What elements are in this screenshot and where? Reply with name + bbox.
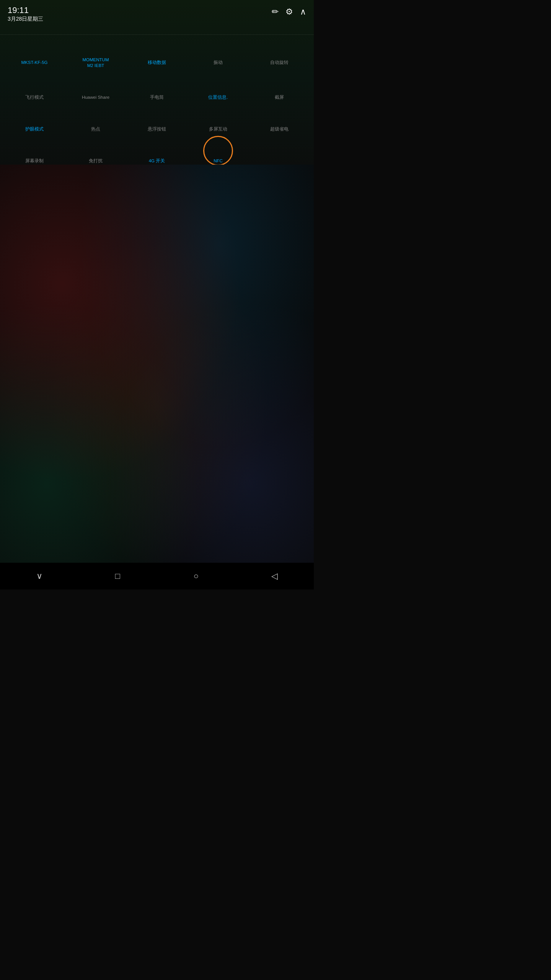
nfc-label: NFC bbox=[214, 158, 223, 164]
location-label: 位置信息. bbox=[208, 95, 228, 100]
screen-record-label: 屏幕录制 bbox=[25, 158, 44, 164]
qs-vibration[interactable]: 振动 bbox=[187, 36, 249, 74]
settings-icon[interactable]: ⚙ bbox=[285, 7, 293, 17]
qs-ultra-save[interactable]: 超级省电 bbox=[249, 106, 310, 137]
nav-down-button[interactable]: ∨ bbox=[30, 567, 49, 586]
nav-recent-button[interactable]: □ bbox=[108, 567, 127, 586]
qs-airplane[interactable]: 飞行模式 bbox=[4, 74, 65, 106]
status-bar: 19:11 3月28日星期三 ✏ ⚙ ∧ bbox=[0, 0, 314, 27]
qs-multi-screen[interactable]: 多屏互动 bbox=[187, 106, 249, 137]
ultra-save-label: 超级省电 bbox=[270, 126, 289, 132]
qs-bluetooth[interactable]: MOMENTUM M2 IEBT bbox=[65, 36, 126, 74]
qs-divider bbox=[0, 34, 314, 35]
date-display: 3月28日星期三 bbox=[8, 15, 43, 23]
edit-icon[interactable]: ✏ bbox=[272, 7, 279, 17]
qs-grid: MKST-KF-5G MOMENTUM M2 IEBT 1l 移动数据 bbox=[0, 36, 314, 169]
qs-mobile-data[interactable]: 1l 移动数据 bbox=[126, 36, 187, 74]
qs-flashlight[interactable]: 手电筒 bbox=[126, 74, 187, 106]
airplane-label: 飞行模式 bbox=[25, 95, 44, 100]
huawei-share-label: Huawei Share bbox=[82, 95, 109, 100]
flashlight-label: 手电筒 bbox=[150, 95, 164, 100]
qs-wifi[interactable]: MKST-KF-5G bbox=[4, 36, 65, 74]
qs-screenshot[interactable]: 截屏 bbox=[249, 74, 310, 106]
wifi-label: MKST-KF-5G bbox=[21, 60, 47, 65]
nav-back-button[interactable]: ◁ bbox=[265, 567, 284, 586]
time-date: 19:11 3月28日星期三 bbox=[8, 5, 43, 23]
qs-huawei-share[interactable]: Huawei Share bbox=[65, 74, 126, 106]
nav-home-button[interactable]: ○ bbox=[187, 567, 206, 586]
qs-hotspot[interactable]: 热点 bbox=[65, 106, 126, 137]
multi-screen-label: 多屏互动 bbox=[209, 126, 227, 132]
time-display: 19:11 bbox=[8, 5, 43, 15]
screenshot-label: 截屏 bbox=[275, 95, 284, 100]
status-icons: ✏ ⚙ ∧ bbox=[272, 5, 306, 17]
qs-location[interactable]: 位置信息. bbox=[187, 74, 249, 106]
auto-rotate-label: 自动旋转 bbox=[270, 60, 289, 65]
hotspot-label: 热点 bbox=[91, 126, 100, 132]
qs-auto-rotate[interactable]: 自动旋转 bbox=[249, 36, 310, 74]
mobile-data-label: 移动数据 bbox=[148, 60, 166, 65]
qs-eye-protect[interactable]: 护眼模式 bbox=[4, 106, 65, 137]
quick-settings-panel: 19:11 3月28日星期三 ✏ ⚙ ∧ MKST-KF-5G bbox=[0, 0, 314, 191]
4g-switch-label: 4G 开关 bbox=[149, 158, 165, 164]
eye-protect-label: 护眼模式 bbox=[25, 126, 44, 132]
nav-bar: ∨ □ ○ ◁ bbox=[0, 563, 314, 590]
qs-floating-button[interactable]: 悬浮按钮 bbox=[126, 106, 187, 137]
vibration-label: 振动 bbox=[214, 60, 223, 65]
floating-button-label: 悬浮按钮 bbox=[148, 126, 166, 132]
bluetooth-label: MOMENTUM M2 IEBT bbox=[83, 57, 109, 69]
wallpaper bbox=[0, 165, 314, 563]
collapse-icon[interactable]: ∧ bbox=[300, 7, 306, 17]
dnd-label: 免打扰 bbox=[89, 158, 103, 164]
